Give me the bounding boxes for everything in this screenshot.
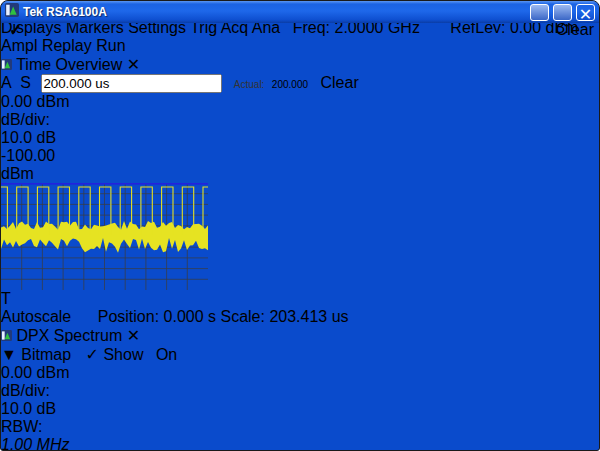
rbw-label: RBW:	[1, 418, 42, 435]
clear-button[interactable]: Clear	[556, 21, 594, 39]
spectrum-time-button[interactable]: S	[20, 74, 31, 91]
position-value[interactable]: 0.000 s	[164, 308, 216, 325]
minimize-button[interactable]	[530, 4, 549, 21]
dpx-spectrum-panel: DPX Spectrum ✕ ▼ Bitmap ✓ Show On Clear …	[1, 326, 599, 451]
time-overview-plot[interactable]	[1, 183, 208, 290]
show-label[interactable]: Show	[103, 346, 143, 363]
top-db-label[interactable]: 0.00 dBm	[1, 364, 69, 381]
actual-label: Actual:	[234, 79, 265, 90]
clear-button[interactable]: Clear	[320, 74, 358, 91]
analysis-time-button[interactable]: A	[1, 74, 11, 91]
time-overview-bottom-bar: Autoscale Position: 0.000 s Scale: 203.4…	[1, 308, 599, 326]
scale-label: Scale:	[220, 308, 264, 325]
panel-title: DPX Spectrum	[16, 327, 122, 344]
top-db-label[interactable]: 0.00 dBm	[1, 93, 69, 110]
position-label: Position:	[98, 308, 159, 325]
scale-value[interactable]: 203.413 us	[269, 308, 348, 325]
dbdiv-value[interactable]: 10.0 dB	[1, 129, 56, 146]
show-checkbox[interactable]: ✓	[86, 346, 99, 363]
panel-close-button[interactable]: ✕	[127, 56, 140, 73]
analysis-length-input[interactable]	[41, 74, 222, 93]
bottom-db-label: -100.00 dBm	[1, 147, 79, 183]
dpx-titlebar[interactable]: DPX Spectrum ✕	[1, 326, 599, 345]
panel-icon	[1, 56, 12, 73]
dbdiv-label: dB/div:	[1, 111, 50, 128]
trigger-marker: T	[1, 290, 11, 307]
actual-value: 200.000	[272, 79, 308, 90]
dbdiv-label: dB/div:	[1, 382, 50, 399]
autoscale-button[interactable]: Autoscale	[1, 308, 71, 325]
dbdiv-value[interactable]: 10.0 dB	[1, 400, 56, 417]
panel-title: Time Overview	[16, 56, 122, 73]
app-window: Tek RSA6100A ✕ File View Run Markers Set…	[0, 0, 600, 451]
trace-on-label: On	[156, 346, 177, 363]
window-title: Tek RSA6100A	[23, 5, 526, 19]
time-overview-panel: Time Overview ✕ A S Actual: 200.000 Clea…	[1, 55, 599, 326]
main-toolbar: Displays Markers Settings Trig Acq Ana F…	[1, 19, 599, 55]
window-titlebar[interactable]: Tek RSA6100A ✕	[1, 1, 599, 23]
measurement-check-icon: ✓	[9, 21, 22, 40]
restore-button[interactable]	[553, 4, 572, 21]
app-icon	[5, 3, 19, 21]
chevron-down-icon[interactable]: ▼	[1, 346, 17, 363]
time-overview-toolbar: A S Actual: 200.000 Clear	[1, 74, 599, 93]
panel-close-button[interactable]: ✕	[127, 327, 140, 344]
client-area: Time Overview ✕ A S Actual: 200.000 Clea…	[1, 55, 599, 451]
panel-icon	[1, 327, 12, 344]
close-button[interactable]: ✕	[576, 4, 595, 21]
replay-button[interactable]: Replay	[42, 37, 92, 54]
trace-mode-label[interactable]: Bitmap	[21, 346, 71, 363]
rbw-value[interactable]: 1.00 MHz	[1, 436, 69, 451]
run-button[interactable]: Run	[96, 37, 125, 54]
time-overview-titlebar[interactable]: Time Overview ✕	[1, 55, 599, 74]
